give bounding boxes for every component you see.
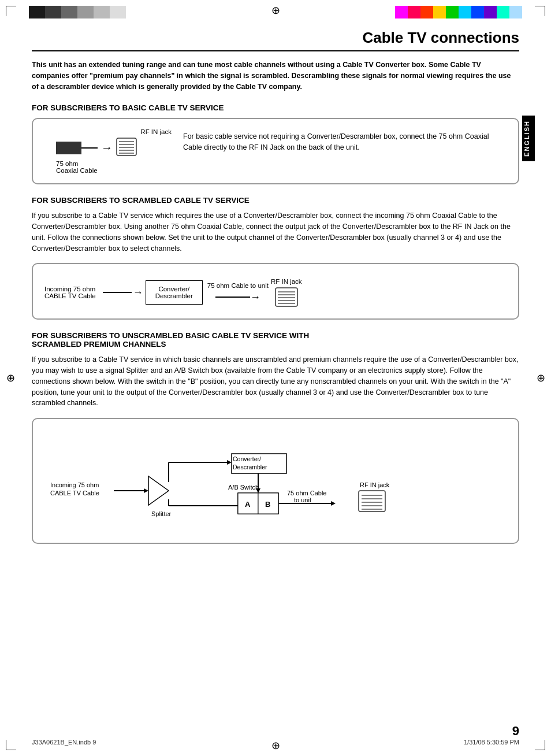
- svg-text:Splitter: Splitter: [151, 510, 172, 517]
- color-bars-top-right: [395, 6, 522, 18]
- svg-text:75 ohm Cable: 75 ohm Cable: [287, 490, 327, 496]
- unscrambled-body: If you subscribe to a Cable TV service i…: [32, 354, 519, 409]
- svg-text:Converter/: Converter/: [233, 455, 261, 462]
- svg-marker-20: [227, 460, 232, 465]
- bottom-bar: J33A0621B_EN.indb 9 1/31/08 5:30:59 PM: [32, 739, 519, 746]
- basic-description: For basic cable service not requiring a …: [183, 128, 507, 153]
- page-title: Cable TV connections: [32, 29, 519, 51]
- date-info: 1/31/08 5:30:59 PM: [464, 739, 519, 746]
- svg-text:A: A: [245, 500, 251, 509]
- reg-mark-top: ⊕: [270, 5, 281, 16]
- svg-rect-41: [359, 491, 385, 512]
- rf-jack-container-scrambled: RF IN jack: [271, 278, 302, 307]
- incoming-label-container: Incoming 75 ohm CABLE TV Cable: [44, 286, 96, 299]
- scrambled-cable-diagram: Incoming 75 ohm CABLE TV Cable → Convert…: [32, 263, 519, 320]
- svg-text:to unit: to unit: [294, 496, 311, 503]
- svg-marker-16: [148, 476, 169, 505]
- line-to-converter: [103, 292, 132, 293]
- section-unscrambled-heading: FOR SUBSCRIBERS TO UNSCRAMBLED BASIC CAB…: [32, 331, 519, 349]
- color-bars-top-left: [29, 6, 126, 18]
- rf-in-jack-label-basic: RF IN jack: [44, 128, 172, 135]
- rf-jack-visual-scrambled: [275, 287, 298, 307]
- file-info: J33A0621B_EN.indb 9: [32, 739, 96, 746]
- svg-marker-37: [331, 501, 336, 506]
- coaxial-cable-visual: →: [56, 138, 137, 158]
- svg-text:RF IN jack: RF IN jack: [360, 481, 390, 488]
- unscrambled-diagram-area: Incoming 75 ohm CABLE TV Cable Splitter …: [44, 431, 507, 529]
- intro-text: This unit has an extended tuning range a…: [32, 60, 519, 92]
- svg-text:B: B: [265, 500, 270, 509]
- basic-cable-diagram: RF IN jack →: [32, 118, 519, 184]
- main-content: Cable TV connections This unit has an ex…: [32, 29, 519, 544]
- corner-mark-br: [535, 740, 545, 750]
- svg-text:CABLE TV Cable: CABLE TV Cable: [50, 490, 99, 496]
- basic-diagram-visual: RF IN jack →: [44, 128, 172, 174]
- reg-mark-right: ⊕: [535, 372, 546, 384]
- english-sidebar: ENGLISH: [522, 116, 535, 161]
- converter-box: Converter/ Descrambler: [146, 280, 203, 305]
- corner-mark-tr: [535, 6, 545, 16]
- rf-jack-visual-basic: [116, 138, 137, 158]
- incoming-cable-label: Incoming 75 ohm CABLE TV Cable: [44, 286, 96, 299]
- svg-text:Incoming 75 ohm: Incoming 75 ohm: [50, 481, 99, 488]
- corner-mark-bl: [6, 740, 16, 750]
- section-basic-heading: FOR SUBSCRIBERS TO BASIC CABLE TV SERVIC…: [32, 103, 519, 112]
- arrow-to-converter: →: [133, 287, 143, 299]
- line-to-rf: [215, 297, 250, 298]
- page-number: 9: [512, 724, 519, 739]
- unscrambled-svg: Incoming 75 ohm CABLE TV Cable Splitter …: [44, 431, 507, 529]
- svg-text:Descrambler: Descrambler: [233, 464, 267, 470]
- cable-to-unit-container: 75 ohm Cable to unit →: [207, 282, 269, 303]
- scrambled-body: If you subscribe to a Cable TV service w…: [32, 210, 519, 254]
- arrow-right-basic: →: [101, 141, 113, 154]
- svg-text:A/B Switch: A/B Switch: [228, 484, 259, 491]
- cable-line: [81, 147, 98, 149]
- svg-marker-15: [144, 488, 148, 493]
- arrow-to-rf: →: [250, 291, 260, 303]
- corner-mark-tl: [6, 6, 16, 16]
- rf-in-jack-label-scrambled: RF IN jack: [271, 278, 302, 285]
- scrambled-diagram-row: Incoming 75 ohm CABLE TV Cable → Convert…: [44, 278, 507, 307]
- unscrambled-diagram-box: Incoming 75 ohm CABLE TV Cable Splitter …: [32, 418, 519, 544]
- cable-to-unit-label: 75 ohm Cable to unit: [207, 282, 269, 289]
- basic-cable-row: →: [56, 138, 172, 158]
- section-scrambled-heading: FOR SUBSCRIBERS TO SCRAMBLED CABLE TV SE…: [32, 196, 519, 205]
- reg-mark-left: ⊕: [5, 372, 16, 384]
- cable-plug: [56, 142, 81, 154]
- coaxial-label: 75 ohm Coaxial Cable: [56, 160, 172, 174]
